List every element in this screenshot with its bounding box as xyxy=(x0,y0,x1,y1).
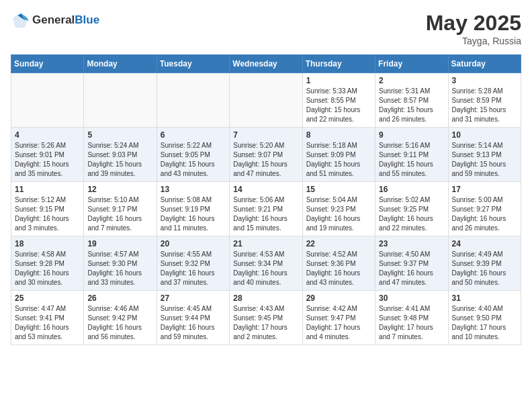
cell-text: Sunrise: 5:12 AM xyxy=(15,195,80,205)
header-saturday: Saturday xyxy=(448,55,521,73)
cell-text: Sunset: 9:45 PM xyxy=(233,314,298,323)
calendar-title: May 2025 xyxy=(426,11,521,36)
day-number: 28 xyxy=(233,293,298,303)
table-row: 21Sunrise: 4:53 AMSunset: 9:34 PMDayligh… xyxy=(230,236,302,291)
table-row: 31Sunrise: 4:40 AMSunset: 9:50 PMDayligh… xyxy=(448,291,521,345)
day-number: 1 xyxy=(306,76,371,85)
cell-text: Sunrise: 4:45 AM xyxy=(161,304,226,314)
day-number: 9 xyxy=(379,130,444,140)
day-number: 4 xyxy=(15,130,80,140)
cell-text: Sunrise: 5:22 AM xyxy=(161,141,226,150)
cell-text: Daylight: 16 hours xyxy=(87,323,152,332)
cell-text: Daylight: 16 hours xyxy=(87,269,152,278)
cell-text: and 4 minutes. xyxy=(306,332,371,342)
table-row xyxy=(230,73,302,128)
table-row: 1Sunrise: 5:33 AMSunset: 8:55 PMDaylight… xyxy=(302,73,375,128)
cell-text: Sunrise: 5:16 AM xyxy=(379,141,444,150)
cell-text: Sunset: 9:09 PM xyxy=(306,150,371,160)
cell-text: Sunset: 9:05 PM xyxy=(161,150,226,160)
cell-text: Sunrise: 5:31 AM xyxy=(379,87,444,96)
table-row: 6Sunrise: 5:22 AMSunset: 9:05 PMDaylight… xyxy=(157,128,229,182)
cell-text: Daylight: 15 hours xyxy=(161,160,226,169)
cell-text: Sunset: 9:07 PM xyxy=(233,150,298,160)
day-number: 27 xyxy=(161,293,226,303)
table-row xyxy=(84,73,157,128)
cell-text: and 15 minutes. xyxy=(233,224,298,233)
logo: GeneralBlue xyxy=(11,11,99,30)
cell-text: and 7 minutes. xyxy=(379,332,444,342)
cell-text: and 7 minutes. xyxy=(87,224,152,233)
header-wednesday: Wednesday xyxy=(230,55,302,73)
table-row: 30Sunrise: 4:41 AMSunset: 9:48 PMDayligh… xyxy=(375,291,448,345)
cell-text: Daylight: 16 hours xyxy=(379,269,444,278)
cell-text: and 3 minutes. xyxy=(15,224,80,233)
cell-text: and 47 minutes. xyxy=(233,169,298,179)
cell-text: Daylight: 15 hours xyxy=(452,105,517,115)
cell-text: Sunset: 9:30 PM xyxy=(87,259,152,269)
day-number: 29 xyxy=(306,293,371,303)
table-row: 14Sunrise: 5:06 AMSunset: 9:21 PMDayligh… xyxy=(230,182,302,236)
day-number: 26 xyxy=(87,293,152,303)
day-number: 17 xyxy=(452,185,517,194)
cell-text: Sunset: 9:39 PM xyxy=(452,259,517,269)
cell-text: Sunset: 9:50 PM xyxy=(452,314,517,323)
cell-text: Daylight: 16 hours xyxy=(87,214,152,224)
cell-text: Sunset: 9:19 PM xyxy=(161,205,226,214)
page-header: GeneralBlue May 2025 Tayga, Russia xyxy=(11,11,521,46)
day-number: 12 xyxy=(87,185,152,194)
table-row: 4Sunrise: 5:26 AMSunset: 9:01 PMDaylight… xyxy=(11,128,84,182)
cell-text: Sunset: 9:17 PM xyxy=(87,205,152,214)
cell-text: Daylight: 16 hours xyxy=(15,323,80,332)
table-row: 15Sunrise: 5:04 AMSunset: 9:23 PMDayligh… xyxy=(302,182,375,236)
day-number: 14 xyxy=(233,185,298,194)
cell-text: Daylight: 16 hours xyxy=(306,214,371,224)
cell-text: Sunset: 9:36 PM xyxy=(306,259,371,269)
table-row: 25Sunrise: 4:47 AMSunset: 9:41 PMDayligh… xyxy=(11,291,84,345)
cell-text: Daylight: 17 hours xyxy=(233,323,298,332)
table-row: 8Sunrise: 5:18 AMSunset: 9:09 PMDaylight… xyxy=(302,128,375,182)
day-number: 3 xyxy=(452,76,517,85)
day-number: 25 xyxy=(15,293,80,303)
table-row: 2Sunrise: 5:31 AMSunset: 8:57 PMDaylight… xyxy=(375,73,448,128)
cell-text: and 31 minutes. xyxy=(452,115,517,124)
calendar-week-row: 1Sunrise: 5:33 AMSunset: 8:55 PMDaylight… xyxy=(11,73,521,128)
cell-text: and 22 minutes. xyxy=(306,115,371,124)
calendar-table: Sunday Monday Tuesday Wednesday Thursday… xyxy=(11,54,521,345)
cell-text: Sunset: 9:11 PM xyxy=(379,150,444,160)
calendar-week-row: 4Sunrise: 5:26 AMSunset: 9:01 PMDaylight… xyxy=(11,128,521,182)
table-row: 29Sunrise: 4:42 AMSunset: 9:47 PMDayligh… xyxy=(302,291,375,345)
day-number: 6 xyxy=(161,130,226,140)
cell-text: Sunset: 9:23 PM xyxy=(306,205,371,214)
cell-text: Sunrise: 5:26 AM xyxy=(15,141,80,150)
table-row xyxy=(11,73,84,128)
cell-text: and 11 minutes. xyxy=(161,224,226,233)
day-number: 5 xyxy=(87,130,152,140)
cell-text: Sunrise: 4:58 AM xyxy=(15,250,80,259)
cell-text: Daylight: 17 hours xyxy=(379,323,444,332)
cell-text: Sunset: 9:21 PM xyxy=(233,205,298,214)
cell-text: Daylight: 16 hours xyxy=(161,323,226,332)
day-number: 19 xyxy=(87,239,152,248)
cell-text: Sunrise: 5:33 AM xyxy=(306,87,371,96)
cell-text: Daylight: 16 hours xyxy=(15,269,80,278)
cell-text: Sunrise: 5:00 AM xyxy=(452,195,517,205)
cell-text: Daylight: 15 hours xyxy=(379,105,444,115)
cell-text: and 51 minutes. xyxy=(306,169,371,179)
table-row: 16Sunrise: 5:02 AMSunset: 9:25 PMDayligh… xyxy=(375,182,448,236)
day-number: 20 xyxy=(161,239,226,248)
cell-text: and 55 minutes. xyxy=(379,169,444,179)
day-number: 31 xyxy=(452,293,517,303)
table-row: 22Sunrise: 4:52 AMSunset: 9:36 PMDayligh… xyxy=(302,236,375,291)
cell-text: and 39 minutes. xyxy=(87,169,152,179)
cell-text: and 26 minutes. xyxy=(379,115,444,124)
cell-text: Daylight: 15 hours xyxy=(379,160,444,169)
day-number: 13 xyxy=(161,185,226,194)
cell-text: Sunset: 9:27 PM xyxy=(452,205,517,214)
cell-text: Sunrise: 5:14 AM xyxy=(452,141,517,150)
cell-text: Daylight: 15 hours xyxy=(306,160,371,169)
table-row: 9Sunrise: 5:16 AMSunset: 9:11 PMDaylight… xyxy=(375,128,448,182)
logo-icon xyxy=(11,11,30,30)
cell-text: Daylight: 16 hours xyxy=(452,269,517,278)
cell-text: Sunrise: 5:18 AM xyxy=(306,141,371,150)
cell-text: Daylight: 17 hours xyxy=(306,323,371,332)
